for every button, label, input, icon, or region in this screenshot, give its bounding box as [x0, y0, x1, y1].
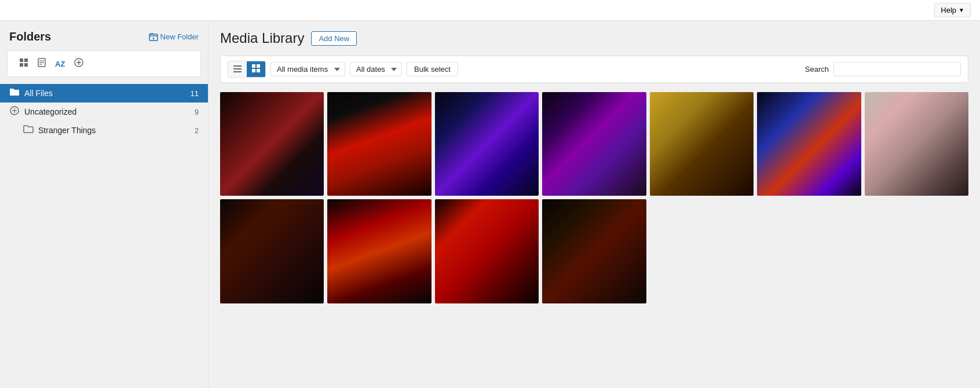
sidebar-more-icon [74, 58, 83, 67]
list-view-icon [233, 65, 242, 72]
media-item[interactable] [435, 92, 539, 196]
new-folder-label: New Folder [160, 32, 199, 41]
sidebar-tool-sort-button[interactable]: AZ [50, 56, 70, 71]
media-item[interactable] [435, 199, 539, 303]
new-folder-icon [149, 32, 158, 42]
folder-all-files-label: All Files [24, 89, 53, 98]
svg-rect-21 [257, 64, 260, 68]
sidebar-tool-doc-button[interactable] [33, 56, 50, 72]
new-folder-button[interactable]: New Folder [149, 32, 199, 42]
help-button[interactable]: Help ▼ [934, 3, 971, 17]
svg-rect-23 [257, 69, 260, 72]
media-item[interactable] [327, 199, 431, 303]
folder-stranger-things-label: Stranger Things [38, 126, 96, 135]
sidebar-toolbar: AZ [7, 50, 201, 77]
bulk-select-button[interactable]: Bulk select [407, 62, 458, 76]
folder-icon [23, 125, 34, 136]
folder-list: All Files 11 Uncategorized 9 [0, 84, 208, 140]
media-item[interactable] [757, 92, 861, 196]
filters-bar: All media items Images Audio Video All d… [220, 56, 968, 83]
media-item[interactable] [542, 92, 646, 196]
help-chevron-icon: ▼ [959, 7, 964, 13]
search-area: Search [805, 62, 961, 76]
folder-item-all-files[interactable]: All Files 11 [0, 84, 208, 103]
folder-uncategorized-label: Uncategorized [24, 107, 76, 116]
search-input[interactable] [833, 62, 961, 76]
folder-all-files-count: 11 [191, 89, 199, 98]
add-new-button[interactable]: Add New [311, 31, 357, 46]
svg-rect-20 [252, 64, 255, 68]
view-toggle [228, 61, 266, 78]
media-item[interactable] [650, 92, 754, 196]
content-area: Media Library Add New [209, 21, 980, 388]
folder-item-stranger-things[interactable]: Stranger Things 2 [0, 121, 208, 140]
folder-item-uncategorized[interactable]: Uncategorized 9 [0, 103, 208, 121]
media-item-partial[interactable] [865, 92, 968, 196]
tag-icon [9, 106, 20, 118]
sidebar-tool-more-button[interactable] [70, 56, 88, 72]
grid-view-button[interactable] [247, 61, 265, 77]
folder-left: Uncategorized [9, 106, 76, 118]
page-title: Media Library [220, 30, 304, 46]
svg-rect-3 [20, 58, 23, 62]
svg-rect-6 [24, 63, 28, 67]
grid-view-icon [252, 64, 260, 72]
sidebar: Folders New Folder [0, 21, 209, 388]
media-filter-select[interactable]: All media items Images Audio Video [270, 62, 345, 76]
svg-rect-22 [252, 69, 255, 72]
media-item[interactable] [220, 92, 324, 196]
svg-rect-19 [233, 71, 242, 72]
media-item[interactable] [327, 92, 431, 196]
svg-rect-17 [233, 65, 242, 67]
search-label: Search [805, 65, 829, 74]
list-view-button[interactable] [228, 61, 247, 77]
top-bar: Help ▼ [0, 0, 980, 21]
folder-blue-icon [9, 87, 20, 99]
media-grid [220, 92, 968, 303]
sort-az-icon: AZ [55, 60, 65, 68]
folder-left: Stranger Things [23, 125, 96, 136]
main-layout: Folders New Folder [0, 21, 980, 388]
svg-rect-5 [20, 63, 23, 67]
folder-stranger-things-count: 2 [195, 126, 199, 135]
svg-rect-18 [233, 68, 242, 69]
sidebar-doc-icon [38, 58, 46, 67]
sidebar-grid-icon [19, 58, 28, 67]
media-item[interactable] [542, 199, 646, 303]
sidebar-tool-grid-button[interactable] [14, 56, 33, 72]
svg-rect-4 [24, 58, 28, 62]
media-item[interactable] [220, 199, 324, 303]
help-label: Help [941, 6, 956, 14]
svg-rect-0 [149, 34, 158, 41]
sidebar-title: Folders [9, 30, 51, 43]
folder-left: All Files [9, 87, 53, 99]
folder-uncategorized-count: 9 [195, 108, 199, 116]
date-filter-select[interactable]: All dates 2024 2023 [350, 62, 402, 76]
content-header: Media Library Add New [220, 30, 968, 46]
sidebar-header: Folders New Folder [0, 30, 208, 50]
